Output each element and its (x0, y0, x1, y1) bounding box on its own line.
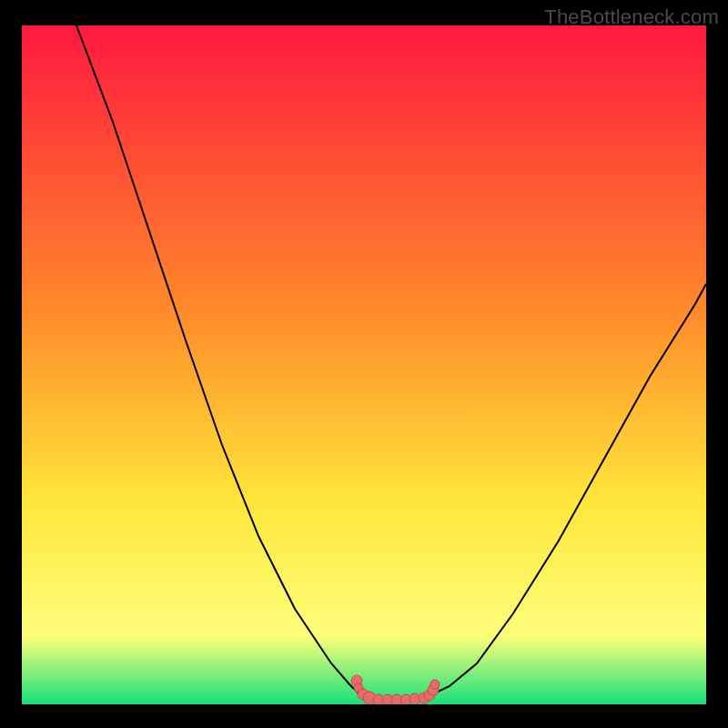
chart-frame: TheBottleneck.com (0, 0, 728, 728)
chart-svg (22, 25, 706, 704)
marker-dot (430, 680, 440, 689)
gradient-background (22, 25, 706, 704)
plot-area (22, 25, 706, 704)
